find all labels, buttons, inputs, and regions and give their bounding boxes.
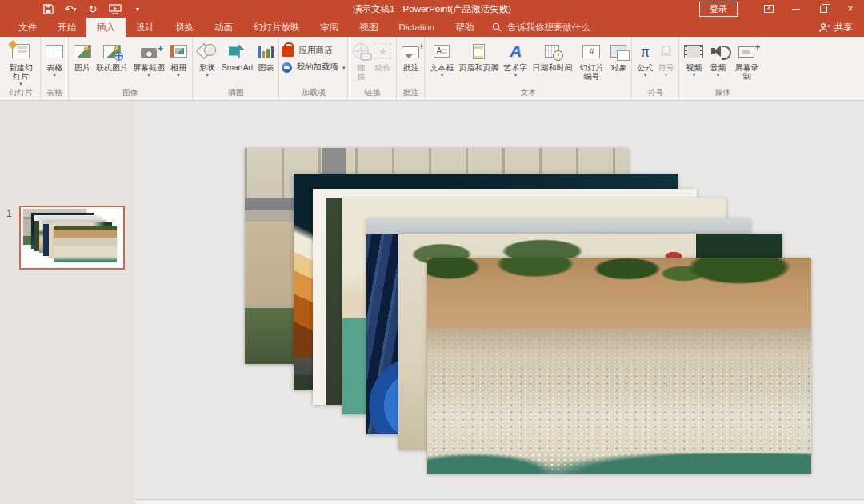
tab-view[interactable]: 视图 xyxy=(350,18,389,37)
equation-button[interactable]: π 公式 ▾ xyxy=(634,38,655,87)
comment-icon xyxy=(402,46,419,58)
symbol-button[interactable]: Ω 符号 ▾ xyxy=(655,38,676,87)
new-slide-icon xyxy=(12,44,30,58)
tab-file[interactable]: 文件 xyxy=(8,18,47,37)
chart-icon xyxy=(258,44,274,58)
tab-dictation[interactable]: Dictation xyxy=(389,18,446,37)
link-icon xyxy=(353,43,369,59)
store-icon xyxy=(282,46,294,57)
tab-design[interactable]: 设计 xyxy=(126,18,165,37)
audio-button[interactable]: 音频 ▾ xyxy=(706,38,730,87)
screen-recording-button[interactable]: 屏幕录制 xyxy=(730,38,763,87)
comment-button[interactable]: 批注 xyxy=(399,38,422,87)
group-label-images: 图像 xyxy=(71,87,190,100)
window-controls: 登录 ˄ × xyxy=(699,0,864,18)
tab-home[interactable]: 开始 xyxy=(47,18,86,37)
screenshot-icon xyxy=(141,48,157,58)
store-button[interactable]: 应用商店 xyxy=(282,44,332,57)
tab-transitions[interactable]: 切换 xyxy=(165,18,204,37)
tab-slideshow[interactable]: 幻灯片放映 xyxy=(243,18,310,37)
redo-icon[interactable]: ↻ xyxy=(86,2,99,16)
undo-icon[interactable]: ↶▾ xyxy=(64,2,77,16)
title-bar: ↶▾ ↻ ▾ 演示文稿1 - PowerPoint(产品激活失败) 登录 ˄ × xyxy=(0,0,864,18)
tab-help[interactable]: 帮助 xyxy=(445,18,484,37)
symbol-icon: Ω xyxy=(660,42,671,60)
canvas-bottom-strip xyxy=(135,500,864,504)
link-button[interactable]: 链接 xyxy=(350,38,371,87)
shapes-button[interactable]: 形状 ▾ xyxy=(195,38,219,87)
table-icon xyxy=(46,45,63,58)
slide-number-button[interactable]: # 幻灯片编号 xyxy=(574,38,608,87)
slide-1-thumbnail[interactable] xyxy=(19,206,125,270)
share-button[interactable]: 共享 xyxy=(819,18,853,37)
text-box-button[interactable]: A 文本框 ▾ xyxy=(427,38,456,87)
online-pictures-button[interactable]: 联机图片 xyxy=(94,38,130,87)
ribbon-group-links: 链接 ★ 动作 链接 xyxy=(348,37,397,100)
smartart-button[interactable]: SmartArt xyxy=(219,38,255,87)
shapes-icon xyxy=(198,43,217,59)
tell-me-search[interactable]: 告诉我你想要做什么 xyxy=(484,18,598,37)
screen-recording-icon xyxy=(738,46,754,58)
tab-animations[interactable]: 动画 xyxy=(204,18,243,37)
ribbon-group-table: 表格 ▾ 表格 xyxy=(41,37,69,100)
minimize-button[interactable] xyxy=(782,0,810,18)
group-label-media: 媒体 xyxy=(682,87,763,100)
text-box-icon: A xyxy=(434,45,450,58)
ribbon-group-symbols: π 公式 ▾ Ω 符号 ▾ 符号 xyxy=(632,37,679,100)
date-time-button[interactable]: 日期和时间 xyxy=(530,38,574,87)
restore-button[interactable] xyxy=(810,0,837,18)
video-button[interactable]: 视频 ▾ xyxy=(682,38,706,87)
sign-in-button[interactable]: 登录 xyxy=(699,2,738,17)
group-label-table: 表格 xyxy=(43,87,66,100)
photo-album-icon xyxy=(170,45,187,58)
table-button[interactable]: 表格 ▾ xyxy=(43,38,66,87)
wordart-icon: A xyxy=(510,42,522,60)
tab-review[interactable]: 审阅 xyxy=(310,18,350,37)
tab-insert[interactable]: 插入 xyxy=(86,18,126,37)
wordart-button[interactable]: A 艺术字 ▾ xyxy=(501,38,530,87)
audio-icon xyxy=(708,46,721,57)
online-pictures-icon xyxy=(103,45,121,58)
slide-number-icon: # xyxy=(582,45,600,58)
search-icon xyxy=(492,22,502,32)
screenshot-button[interactable]: 屏幕截图 ▾ xyxy=(130,38,167,87)
group-label-addins: 加载项 xyxy=(282,87,345,100)
photo-album-button[interactable]: 相册 ▾ xyxy=(167,38,190,87)
group-label-text: 文本 xyxy=(427,87,629,100)
pictures-button[interactable]: 图片 xyxy=(71,38,94,87)
header-footer-button[interactable]: 页眉和页脚 xyxy=(456,38,501,87)
ribbon-display-options-button[interactable]: ˄ xyxy=(755,0,782,18)
ribbon-tab-row: 文件 开始 插入 设计 切换 动画 幻灯片放映 审阅 视图 Dictation … xyxy=(0,18,864,37)
slide-canvas[interactable] xyxy=(135,101,864,504)
equation-icon: π xyxy=(641,42,649,60)
search-placeholder: 告诉我你想要做什么 xyxy=(507,22,590,34)
slide-number: 1 xyxy=(6,208,12,219)
customize-qat-icon[interactable]: ▾ xyxy=(131,2,144,16)
new-slide-button[interactable]: 新建幻灯片 ▾ xyxy=(4,38,38,87)
group-label-slides: 幻灯片 xyxy=(4,87,38,100)
powerpoint-window: ↶▾ ↻ ▾ 演示文稿1 - PowerPoint(产品激活失败) 登录 ˄ ×… xyxy=(0,0,864,504)
ribbon-group-slides: 新建幻灯片 ▾ 幻灯片 xyxy=(2,37,41,100)
chart-button[interactable]: 图表 xyxy=(255,38,276,87)
share-person-icon xyxy=(819,22,830,33)
header-footer-icon xyxy=(473,44,485,59)
close-button[interactable]: × xyxy=(837,0,864,18)
object-button[interactable]: 对象 xyxy=(608,38,629,87)
pictures-icon xyxy=(74,45,91,58)
ribbon: 新建幻灯片 ▾ 幻灯片 表格 ▾ 表格 图片 xyxy=(0,37,864,101)
date-time-icon xyxy=(545,45,559,58)
quick-access-toolbar: ↶▾ ↻ ▾ xyxy=(42,0,144,18)
video-icon xyxy=(684,45,703,58)
group-label-illustrations: 插图 xyxy=(195,87,276,100)
group-label-links: 链接 xyxy=(350,87,394,100)
object-icon xyxy=(610,45,626,58)
action-button[interactable]: ★ 动作 xyxy=(371,38,394,87)
my-addins-icon xyxy=(282,62,292,73)
thumb-mini-photo xyxy=(54,226,117,262)
ribbon-group-images: 图片 联机图片 屏幕截图 ▾ 相册 ▾ 图像 xyxy=(69,37,193,100)
save-icon[interactable] xyxy=(42,2,54,16)
group-label-comments: 批注 xyxy=(399,87,422,100)
slide-photo-7[interactable] xyxy=(427,258,811,474)
slideshow-icon[interactable] xyxy=(109,2,122,16)
my-addins-button[interactable]: 我的加载项 ▾ xyxy=(282,62,345,73)
